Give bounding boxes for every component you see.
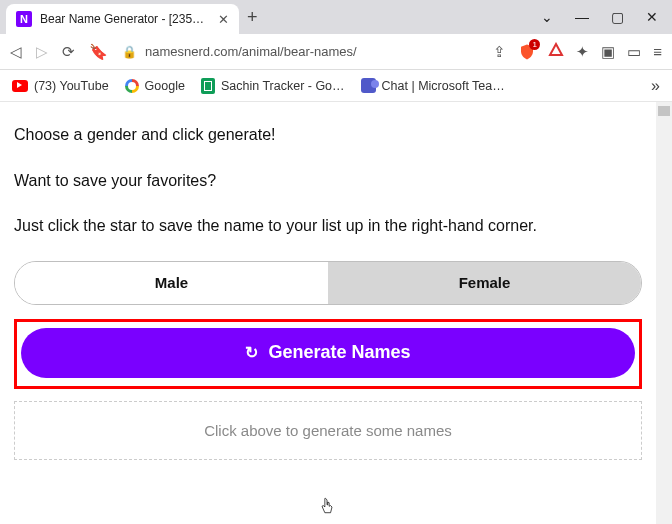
tab-title: Bear Name Generator - [235+ am… bbox=[40, 12, 210, 26]
window-dropdown-icon[interactable]: ⌄ bbox=[541, 9, 553, 25]
share-icon[interactable]: ⇪ bbox=[493, 43, 506, 61]
teams-icon bbox=[361, 78, 376, 93]
bookmarks-bar: (73) YouTube Google Sachin Tracker - Go…… bbox=[0, 70, 672, 102]
new-tab-button[interactable]: + bbox=[247, 7, 258, 28]
bookmark-icon[interactable]: 🔖 bbox=[89, 43, 108, 61]
menu-icon[interactable]: ≡ bbox=[653, 43, 662, 60]
generate-highlight-box: ↻ Generate Names bbox=[14, 319, 642, 389]
scrollbar-track[interactable]: ▴ bbox=[656, 102, 672, 524]
scrollbar-thumb[interactable] bbox=[658, 106, 670, 116]
bookmark-youtube[interactable]: (73) YouTube bbox=[12, 79, 109, 93]
sheets-icon bbox=[201, 78, 215, 94]
brave-shield-icon[interactable]: 1 bbox=[518, 43, 536, 61]
bookmark-google[interactable]: Google bbox=[125, 79, 185, 93]
google-icon bbox=[125, 79, 139, 93]
youtube-icon bbox=[12, 80, 28, 92]
bookmark-teams[interactable]: Chat | Microsoft Tea… bbox=[361, 78, 505, 93]
url-text: namesnerd.com/animal/bear-names/ bbox=[145, 44, 357, 59]
reload-button[interactable]: ⟳ bbox=[62, 43, 75, 61]
gender-toggle: Male Female bbox=[14, 261, 642, 305]
generate-names-button[interactable]: ↻ Generate Names bbox=[21, 328, 635, 378]
bookmark-label: Chat | Microsoft Tea… bbox=[382, 79, 505, 93]
bookmark-sheets[interactable]: Sachin Tracker - Go… bbox=[201, 78, 345, 94]
page-viewport: ▴ Choose a gender and click generate! Wa… bbox=[0, 102, 672, 524]
extensions-icon[interactable]: ✦ bbox=[576, 43, 589, 61]
wallet-icon[interactable]: ▭ bbox=[627, 43, 641, 61]
intro-text-2: Want to save your favorites? bbox=[14, 170, 642, 192]
forward-button: ▷ bbox=[36, 43, 48, 61]
window-close-icon[interactable]: ✕ bbox=[646, 9, 658, 25]
triangle-icon[interactable] bbox=[548, 42, 564, 62]
gender-option-female[interactable]: Female bbox=[328, 262, 641, 304]
intro-text-3: Just click the star to save the name to … bbox=[14, 215, 642, 237]
browser-toolbar: ◁ ▷ ⟳ 🔖 🔒 namesnerd.com/animal/bear-name… bbox=[0, 34, 672, 70]
shield-badge: 1 bbox=[529, 39, 540, 50]
intro-text-1: Choose a gender and click generate! bbox=[14, 124, 642, 146]
back-button[interactable]: ◁ bbox=[10, 43, 22, 61]
profile-icon[interactable]: ▣ bbox=[601, 43, 615, 61]
lock-icon: 🔒 bbox=[122, 45, 137, 59]
bookmark-label: Sachin Tracker - Go… bbox=[221, 79, 345, 93]
tab-close-icon[interactable]: ✕ bbox=[218, 12, 229, 27]
bookmark-label: (73) YouTube bbox=[34, 79, 109, 93]
bookmark-label: Google bbox=[145, 79, 185, 93]
gender-option-male[interactable]: Male bbox=[15, 262, 328, 304]
refresh-icon: ↻ bbox=[245, 343, 258, 362]
titlebar: N Bear Name Generator - [235+ am… ✕ + ⌄ … bbox=[0, 0, 672, 34]
results-placeholder: Click above to generate some names bbox=[14, 401, 642, 460]
site-favicon: N bbox=[16, 11, 32, 27]
browser-tab[interactable]: N Bear Name Generator - [235+ am… ✕ bbox=[6, 4, 239, 34]
window-maximize-icon[interactable]: ▢ bbox=[611, 9, 624, 25]
address-bar[interactable]: 🔒 namesnerd.com/animal/bear-names/ bbox=[122, 44, 479, 59]
generate-label: Generate Names bbox=[268, 342, 410, 363]
bookmarks-overflow-icon[interactable]: » bbox=[651, 77, 660, 95]
window-minimize-icon[interactable]: — bbox=[575, 9, 589, 25]
